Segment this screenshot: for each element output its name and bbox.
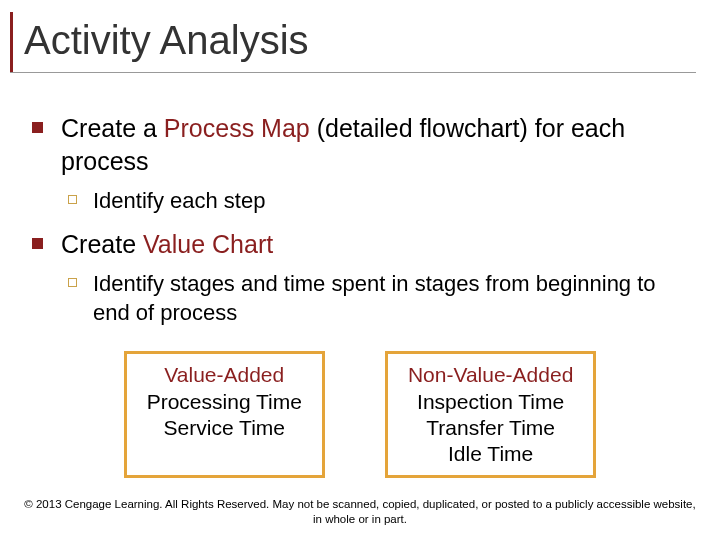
bullet-2: Create Value Chart bbox=[24, 228, 696, 261]
value-added-title: Value-Added bbox=[147, 362, 302, 388]
sub-bullet-2-text: Identify stages and time spent in stages… bbox=[93, 270, 696, 327]
non-value-added-line-3: Idle Time bbox=[408, 441, 573, 467]
title-accent-bar bbox=[10, 12, 13, 72]
bullet-1-text: Create a Process Map (detailed flowchart… bbox=[61, 112, 696, 177]
bullet-1: Create a Process Map (detailed flowchart… bbox=[24, 112, 696, 177]
bullet-2-prefix: Create bbox=[61, 230, 143, 258]
slide-title: Activity Analysis bbox=[24, 18, 700, 63]
non-value-added-line-2: Transfer Time bbox=[408, 415, 573, 441]
value-added-line-1: Processing Time bbox=[147, 389, 302, 415]
sub-bullet-1-text: Identify each step bbox=[93, 187, 265, 216]
value-added-box: Value-Added Processing Time Service Time bbox=[124, 351, 325, 478]
bullet-2-text: Create Value Chart bbox=[61, 228, 273, 261]
non-value-added-line-1: Inspection Time bbox=[408, 389, 573, 415]
value-boxes-row: Value-Added Processing Time Service Time… bbox=[24, 351, 696, 478]
non-value-added-box: Non-Value-Added Inspection Time Transfer… bbox=[385, 351, 596, 478]
value-added-line-2: Service Time bbox=[147, 415, 302, 441]
square-bullet-icon bbox=[32, 238, 43, 249]
copyright-footer: © 2013 Cengage Learning. All Rights Rese… bbox=[24, 497, 696, 526]
slide-content: Create a Process Map (detailed flowchart… bbox=[24, 100, 696, 478]
hollow-bullet-icon bbox=[68, 278, 77, 287]
bullet-1-accent: Process Map bbox=[164, 114, 310, 142]
bullet-2-accent: Value Chart bbox=[143, 230, 273, 258]
sub-bullet-1: Identify each step bbox=[68, 187, 696, 216]
non-value-added-title: Non-Value-Added bbox=[408, 362, 573, 388]
title-underline bbox=[10, 72, 696, 73]
bullet-1-prefix: Create a bbox=[61, 114, 164, 142]
sub-bullet-2: Identify stages and time spent in stages… bbox=[68, 270, 696, 327]
hollow-bullet-icon bbox=[68, 195, 77, 204]
square-bullet-icon bbox=[32, 122, 43, 133]
